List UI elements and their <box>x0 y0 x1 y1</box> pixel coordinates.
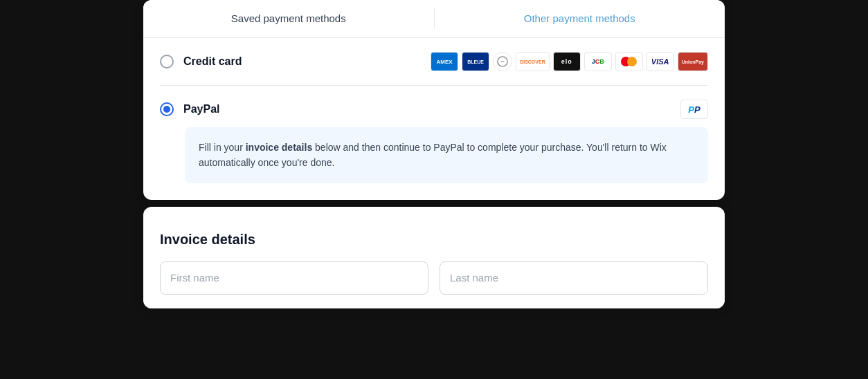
credit-card-radio[interactable] <box>160 55 174 68</box>
payment-options: Credit card AMEX BLEUE DISCOVER elo JCB <box>143 38 725 200</box>
visa-icon: VISA <box>647 52 674 71</box>
credit-card-icons: AMEX BLEUE DISCOVER elo JCB <box>431 52 708 71</box>
first-name-field <box>160 261 428 295</box>
jcb-icon: JCB <box>584 52 612 71</box>
credit-card-label: Credit card <box>183 55 421 68</box>
last-name-field <box>440 261 708 295</box>
paypal-info-box: Fill in your invoice details below and t… <box>185 127 708 183</box>
bleue-icon: BLEUE <box>462 52 489 71</box>
amex-icon: AMEX <box>431 52 458 71</box>
paypal-radio[interactable] <box>160 102 174 116</box>
unionpay-icon: UnionPay <box>678 52 708 71</box>
paypal-section: PayPal PP Fill in your invoice details b… <box>160 86 708 200</box>
tab-saved-payment[interactable]: Saved payment methods <box>143 0 434 37</box>
invoice-name-row <box>160 261 708 295</box>
credit-card-option[interactable]: Credit card AMEX BLEUE DISCOVER elo JCB <box>160 38 708 86</box>
paypal-option[interactable]: PayPal PP <box>160 86 708 127</box>
tab-other-payment[interactable]: Other payment methods <box>435 0 725 37</box>
paypal-label: PayPal <box>183 103 671 115</box>
invoice-section: Invoice details <box>143 212 725 308</box>
paypal-logo-icon: PP <box>680 100 708 119</box>
elo-icon: elo <box>553 52 581 71</box>
diners-icon <box>493 52 512 71</box>
last-name-input[interactable] <box>440 261 708 295</box>
paypal-icons: PP <box>680 100 708 119</box>
payment-tabs: Saved payment methods Other payment meth… <box>143 0 725 38</box>
first-name-input[interactable] <box>160 261 428 295</box>
invoice-title: Invoice details <box>160 232 708 248</box>
invoice-panel: Invoice details <box>143 207 725 308</box>
discover-icon: DISCOVER <box>516 52 550 71</box>
mastercard-icon <box>615 52 643 71</box>
